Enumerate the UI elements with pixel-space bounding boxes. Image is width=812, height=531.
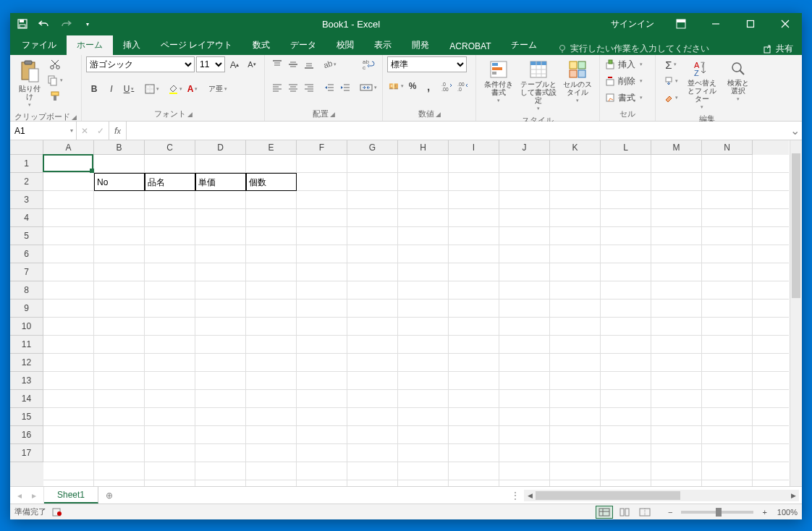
- conditional-format-button[interactable]: 条件付き書式▾: [481, 56, 517, 107]
- align-right-button[interactable]: [301, 80, 317, 95]
- row-head[interactable]: 8: [10, 281, 43, 300]
- cell-D2[interactable]: 単価: [195, 173, 246, 191]
- delete-cells-button[interactable]: 削除: [604, 73, 651, 89]
- tab-view[interactable]: 表示: [364, 35, 402, 55]
- enter-formula-button[interactable]: ✓: [93, 123, 109, 139]
- col-head[interactable]: E: [246, 140, 297, 155]
- font-color-button[interactable]: A: [185, 81, 200, 97]
- cell-B2[interactable]: No: [94, 173, 145, 191]
- tab-acrobat[interactable]: ACROBAT: [439, 38, 501, 55]
- fill-button[interactable]: [660, 73, 682, 89]
- close-button[interactable]: [769, 13, 802, 35]
- cell-styles-button[interactable]: セルのスタイル▾: [560, 56, 595, 107]
- col-head[interactable]: D: [195, 140, 246, 155]
- hscroll-splitter[interactable]: ⋮: [511, 490, 520, 501]
- tab-developer[interactable]: 開発: [402, 35, 439, 55]
- format-as-table-button[interactable]: テーブルとして書式設定▾: [518, 56, 559, 115]
- hscroll-right[interactable]: ▶: [787, 492, 799, 499]
- insert-cells-button[interactable]: 挿入: [604, 56, 651, 72]
- font-name-select[interactable]: 游ゴシック: [86, 56, 195, 72]
- fill-color-button[interactable]: [167, 81, 183, 97]
- find-select-button[interactable]: 検索と選択▾: [722, 56, 754, 106]
- align-dialog-launcher[interactable]: ◢: [330, 111, 335, 118]
- sheet-tab[interactable]: Sheet1: [44, 487, 98, 504]
- col-head[interactable]: F: [297, 140, 347, 155]
- new-sheet-button[interactable]: ⊕: [98, 487, 120, 504]
- undo-button[interactable]: [35, 15, 54, 33]
- row-head[interactable]: 11: [10, 336, 43, 354]
- bold-button[interactable]: B: [86, 81, 102, 97]
- zoom-in-button[interactable]: +: [759, 508, 769, 517]
- clear-button[interactable]: [660, 90, 682, 106]
- signin-link[interactable]: サインイン: [602, 18, 663, 30]
- tab-data[interactable]: データ: [280, 35, 326, 55]
- row-head[interactable]: 14: [10, 390, 43, 408]
- underline-button[interactable]: U: [121, 81, 137, 97]
- column-headers[interactable]: A B C D E F G H I J K L M N: [43, 140, 789, 155]
- qat-customize[interactable]: ▾: [78, 15, 97, 33]
- align-center-button[interactable]: [285, 80, 301, 95]
- col-head[interactable]: A: [43, 140, 94, 155]
- cancel-formula-button[interactable]: ✕: [77, 123, 93, 139]
- row-head[interactable]: 12: [10, 354, 43, 372]
- sort-filter-button[interactable]: AZ 並べ替えとフィルター▾: [683, 56, 721, 114]
- align-middle-button[interactable]: [285, 56, 301, 72]
- maximize-button[interactable]: [734, 13, 767, 35]
- wrap-text-button[interactable]: abc: [359, 56, 378, 72]
- col-head[interactable]: J: [499, 140, 550, 155]
- tab-home[interactable]: ホーム: [67, 35, 113, 55]
- zoom-knob[interactable]: [716, 508, 722, 517]
- row-head[interactable]: 15: [10, 408, 43, 426]
- col-head[interactable]: N: [702, 140, 753, 155]
- fx-label[interactable]: fx: [109, 122, 127, 140]
- row-head[interactable]: 3: [10, 191, 43, 209]
- autosum-button[interactable]: Σ: [660, 56, 682, 72]
- row-head[interactable]: 2: [10, 173, 43, 191]
- hscroll-left[interactable]: ◀: [524, 492, 536, 499]
- italic-button[interactable]: I: [103, 81, 119, 97]
- col-head[interactable]: K: [550, 140, 601, 155]
- align-left-button[interactable]: [269, 80, 285, 95]
- col-head[interactable]: B: [94, 140, 145, 155]
- decrease-indent-button[interactable]: [321, 80, 337, 95]
- vertical-scrollbar[interactable]: [790, 140, 802, 486]
- orientation-button[interactable]: ab: [321, 56, 337, 72]
- col-head[interactable]: M: [651, 140, 702, 155]
- increase-font-button[interactable]: A▴: [227, 56, 242, 72]
- row-head[interactable]: 17: [10, 444, 43, 462]
- font-dialog-launcher[interactable]: ◢: [187, 111, 193, 118]
- col-head[interactable]: L: [601, 140, 651, 155]
- tab-team[interactable]: チーム: [501, 35, 547, 55]
- row-headers[interactable]: 1 2 3 4 5 6 7 8 9 10 11 12 13 14 15 16 1…: [10, 155, 43, 486]
- row-head[interactable]: 16: [10, 426, 43, 444]
- row-head[interactable]: 13: [10, 372, 43, 390]
- col-head[interactable]: I: [449, 140, 499, 155]
- cells-container[interactable]: No 品名 単価 個数: [43, 155, 789, 486]
- macro-record-icon[interactable]: [52, 508, 62, 517]
- cell-C2[interactable]: 品名: [145, 173, 195, 191]
- row-head[interactable]: 1: [10, 155, 43, 173]
- decrease-decimal-button[interactable]: .00.0: [455, 78, 471, 94]
- comma-button[interactable]: ,: [420, 78, 436, 94]
- tab-file[interactable]: ファイル: [12, 35, 67, 55]
- number-dialog-launcher[interactable]: ◢: [436, 111, 441, 118]
- ribbon-options-button[interactable]: [664, 13, 698, 35]
- col-head[interactable]: C: [145, 140, 195, 155]
- minimize-button[interactable]: [699, 13, 732, 35]
- row-head[interactable]: 10: [10, 318, 43, 336]
- increase-indent-button[interactable]: [337, 80, 353, 95]
- page-layout-view-button[interactable]: [616, 506, 633, 519]
- save-button[interactable]: [13, 15, 32, 33]
- align-top-button[interactable]: [269, 56, 285, 72]
- increase-decimal-button[interactable]: .0.00: [439, 78, 455, 94]
- name-box[interactable]: A1: [10, 122, 77, 140]
- redo-button[interactable]: [56, 15, 75, 33]
- format-painter-button[interactable]: [46, 88, 64, 104]
- align-bottom-button[interactable]: [301, 56, 317, 72]
- col-head[interactable]: G: [347, 140, 398, 155]
- sheet-next-button[interactable]: ▸: [28, 490, 41, 501]
- merge-center-button[interactable]: [359, 80, 378, 95]
- accounting-format-button[interactable]: 💴: [387, 78, 405, 94]
- tab-pagelayout[interactable]: ページ レイアウト: [151, 35, 242, 55]
- tab-formulas[interactable]: 数式: [242, 35, 280, 55]
